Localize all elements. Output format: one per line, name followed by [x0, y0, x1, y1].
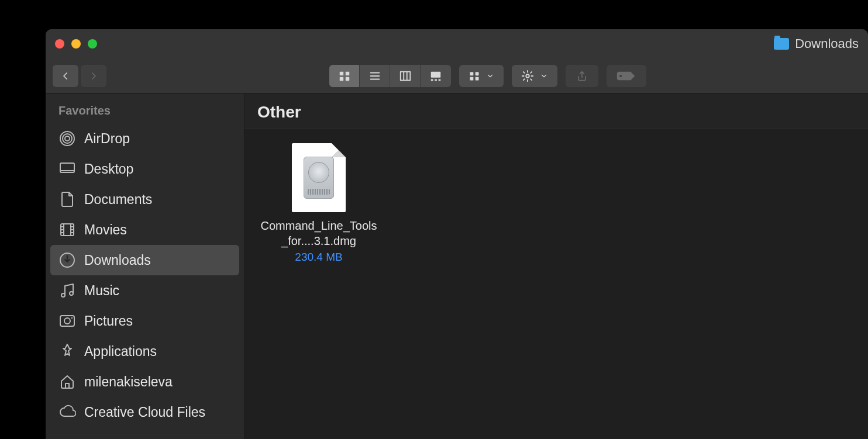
chevron-down-icon — [486, 72, 494, 80]
sidebar-item-movies[interactable]: Movies — [50, 215, 239, 245]
gallery-view-button[interactable] — [421, 65, 451, 87]
svg-rect-2 — [339, 77, 343, 80]
share-icon — [576, 70, 588, 82]
svg-rect-8 — [439, 79, 441, 81]
list-view-button[interactable] — [360, 65, 390, 87]
svg-rect-12 — [476, 77, 479, 80]
window-title: Downloads — [795, 36, 859, 51]
share-button[interactable] — [566, 65, 598, 87]
action-button[interactable] — [512, 65, 557, 87]
sidebar-item-downloads[interactable]: Downloads — [50, 245, 239, 275]
gear-icon — [521, 70, 534, 82]
movies-icon — [58, 221, 76, 238]
svg-rect-3 — [345, 77, 349, 80]
file-name: Command_Line_Tools_for....3.1.dmg — [257, 218, 380, 248]
titlebar: Downloads — [46, 29, 868, 58]
airdrop-icon — [58, 130, 76, 147]
svg-rect-7 — [435, 79, 437, 81]
arrange-button[interactable] — [459, 65, 504, 87]
svg-rect-5 — [431, 71, 441, 77]
tags-button[interactable] — [607, 65, 646, 87]
file-size: 230.4 MB — [257, 251, 380, 264]
applications-icon — [58, 343, 76, 360]
column-view-button[interactable] — [390, 65, 421, 87]
sidebar-item-pictures[interactable]: Pictures — [50, 306, 239, 336]
main-area: Other Command_Line_Tools_for....3.1.dmg2… — [244, 94, 868, 439]
back-button[interactable] — [53, 65, 78, 87]
finder-window: Downloads — [46, 29, 868, 439]
documents-icon — [58, 191, 76, 208]
music-icon — [58, 282, 76, 299]
nav-group — [53, 65, 106, 87]
minimize-window-button[interactable] — [71, 39, 81, 49]
sidebar-item-label: milenakiseleva — [84, 374, 173, 390]
sidebar-item-music[interactable]: Music — [50, 275, 239, 306]
dmg-file-icon — [292, 143, 346, 212]
sidebar-item-milenakiseleva[interactable]: milenakiseleva — [50, 367, 239, 397]
sidebar-item-label: Creative Cloud Files — [84, 405, 205, 420]
svg-point-13 — [526, 74, 529, 78]
chevron-down-icon — [540, 72, 548, 80]
sidebar-item-label: Downloads — [84, 253, 151, 268]
svg-rect-4 — [400, 71, 410, 80]
sidebar-item-label: Applications — [84, 344, 157, 360]
sidebar-item-label: Documents — [84, 192, 152, 208]
downloads-icon — [58, 251, 76, 269]
forward-button[interactable] — [81, 65, 106, 87]
svg-rect-6 — [431, 79, 433, 81]
svg-rect-9 — [470, 72, 474, 75]
sidebar-item-label: Music — [84, 283, 119, 299]
file-grid: Command_Line_Tools_for....3.1.dmg230.4 M… — [244, 129, 868, 278]
traffic-lights — [55, 39, 97, 49]
pictures-icon — [58, 312, 76, 330]
sidebar-item-label: Movies — [84, 222, 127, 238]
tag-icon — [615, 71, 638, 81]
window-title-area: Downloads — [774, 36, 859, 51]
desktop-icon — [58, 160, 76, 178]
sidebar-item-airdrop[interactable]: AirDrop — [50, 123, 239, 154]
folder-icon — [774, 38, 789, 50]
creative-cloud-icon — [58, 403, 76, 421]
icon-view-button[interactable] — [329, 65, 360, 87]
sidebar-item-label: AirDrop — [84, 131, 130, 147]
svg-rect-1 — [345, 71, 349, 75]
svg-rect-11 — [470, 77, 474, 80]
sidebar: Favorites AirDropDesktopDocumentsMoviesD… — [46, 94, 244, 439]
file-item[interactable]: Command_Line_Tools_for....3.1.dmg230.4 M… — [257, 143, 380, 264]
sidebar-item-label: Pictures — [84, 313, 133, 329]
window-body: Favorites AirDropDesktopDocumentsMoviesD… — [46, 94, 868, 439]
view-mode-group — [329, 65, 451, 87]
sidebar-heading: Favorites — [50, 102, 239, 123]
close-window-button[interactable] — [55, 39, 64, 49]
sidebar-item-creative-cloud-files[interactable]: Creative Cloud Files — [50, 397, 239, 427]
group-header: Other — [244, 94, 868, 129]
sidebar-item-label: Desktop — [84, 161, 133, 177]
svg-rect-0 — [339, 71, 343, 75]
svg-rect-10 — [476, 72, 479, 75]
sidebar-item-desktop[interactable]: Desktop — [50, 154, 239, 184]
zoom-window-button[interactable] — [88, 39, 97, 49]
sidebar-item-documents[interactable]: Documents — [50, 184, 239, 215]
sidebar-item-applications[interactable]: Applications — [50, 336, 239, 367]
toolbar — [46, 58, 868, 94]
svg-point-14 — [619, 75, 622, 77]
home-icon — [58, 373, 76, 390]
